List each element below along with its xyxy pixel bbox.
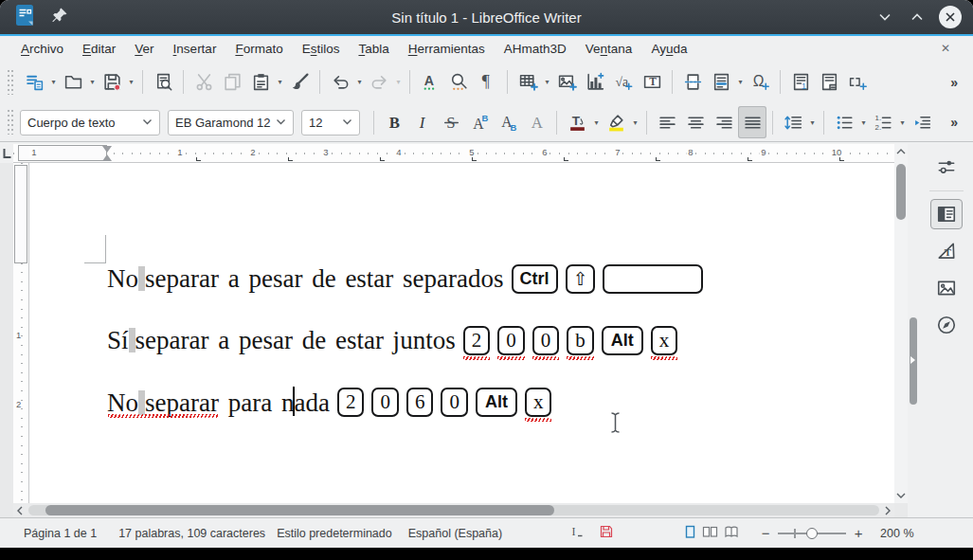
horizontal-ruler[interactable]: 112345678910 (13, 144, 894, 163)
copy-button[interactable] (218, 66, 246, 99)
undo-button[interactable] (326, 66, 354, 99)
find-replace-button[interactable] (444, 66, 473, 99)
paste-dropdown-arrow[interactable]: ▾ (275, 78, 285, 86)
menu-ayuda[interactable]: Ayuda (641, 38, 696, 60)
save-button[interactable] (98, 66, 126, 99)
vertical-ruler[interactable]: 12 (13, 163, 29, 503)
insert-field-button[interactable] (707, 66, 735, 99)
outline-list-button[interactable] (908, 106, 936, 138)
menu-archivo[interactable]: Archivo (11, 38, 73, 60)
insert-formula-button[interactable]: √a (609, 66, 638, 99)
justify-button[interactable] (738, 106, 766, 138)
zoom-in-button[interactable]: + (852, 525, 865, 541)
insert-bookmark-button[interactable] (843, 66, 872, 99)
paragraph-style-select[interactable]: Cuerpo de texto (20, 110, 160, 135)
toolbar-grip[interactable] (8, 70, 14, 95)
font-name-select[interactable]: EB Garamond 12 (168, 110, 294, 135)
language-status[interactable]: Español (España) (408, 527, 502, 540)
insert-table-button[interactable] (514, 66, 542, 99)
redo-dropdown-arrow[interactable]: ▾ (393, 78, 404, 86)
tab-stop-selector[interactable] (0, 144, 13, 163)
zoom-out-button[interactable]: − (759, 525, 772, 541)
new-document-dropdown-arrow[interactable]: ▾ (48, 78, 59, 86)
insert-field-dropdown-arrow[interactable]: ▾ (735, 78, 746, 86)
document-page[interactable]: Noseparar a pesar de estar separadosCtrl… (29, 163, 894, 503)
formatting-marks-button[interactable]: ¶ (473, 66, 501, 99)
clear-formatting-button[interactable]: A (522, 106, 550, 138)
spelling-button[interactable]: A (416, 66, 444, 99)
italic-button[interactable]: I (408, 106, 437, 138)
toolbar-grip[interactable] (8, 110, 14, 135)
sidebar-tab-properties[interactable] (930, 199, 963, 229)
strikethrough-button[interactable]: S (437, 106, 465, 138)
superscript-button[interactable]: AB (465, 106, 494, 138)
zoom-slider[interactable] (778, 526, 846, 541)
insert-special-character-button[interactable]: Ω (746, 66, 774, 99)
print-preview-button[interactable] (149, 66, 177, 99)
page-count-status[interactable]: Página 1 de 1 (24, 527, 97, 540)
horizontal-scrollbar[interactable] (13, 503, 894, 517)
numbered-list-dropdown-arrow[interactable]: ▾ (897, 118, 908, 127)
view-multi-page-button[interactable] (702, 525, 718, 542)
zoom-slider-handle[interactable] (806, 528, 818, 539)
sidebar-tab-styles[interactable]: T (930, 236, 963, 266)
insert-endnote-button[interactable] (815, 66, 843, 99)
tab-stop-mark[interactable] (656, 157, 660, 161)
sidebar-tab-sidebar-settings[interactable] (930, 152, 963, 182)
align-center-button[interactable] (681, 106, 710, 138)
save-dropdown-arrow[interactable]: ▾ (126, 78, 136, 86)
menu-editar[interactable]: Editar (73, 38, 125, 60)
insert-table-dropdown-arrow[interactable]: ▾ (542, 78, 552, 86)
scroll-left-arrow[interactable] (13, 503, 27, 517)
scroll-right-arrow[interactable] (881, 503, 894, 517)
open-button[interactable] (59, 66, 87, 99)
menu-ver[interactable]: Ver (125, 38, 163, 60)
toolbar-overflow-button[interactable]: » (950, 115, 958, 130)
sidebar-tab-gallery[interactable] (930, 273, 963, 303)
tab-stop-mark[interactable] (288, 157, 293, 161)
menu-ventana[interactable]: Ventana (576, 38, 642, 60)
vertical-scrollbar[interactable] (894, 144, 908, 503)
view-book-button[interactable] (723, 525, 740, 542)
numbered-list-button[interactable]: 1.2. (869, 106, 897, 138)
redo-button[interactable] (365, 66, 393, 99)
unsaved-changes-icon[interactable] (600, 525, 613, 541)
insert-footnote-button[interactable]: 1 (786, 66, 815, 99)
align-left-button[interactable] (653, 106, 681, 138)
tab-stop-mark[interactable] (380, 157, 385, 161)
bold-button[interactable]: B (380, 106, 408, 138)
font-size-select[interactable]: 12 (301, 110, 360, 135)
vertical-scrollbar-thumb[interactable] (896, 164, 906, 220)
menu-ahmath3d[interactable]: AHmath3D (495, 38, 576, 60)
tab-stop-mark[interactable] (564, 157, 568, 161)
scroll-down-arrow[interactable] (894, 488, 908, 503)
bullet-list-dropdown-arrow[interactable]: ▾ (858, 118, 869, 127)
font-color-dropdown-arrow[interactable]: ▾ (591, 118, 602, 127)
menu-herramientas[interactable]: Herramientas (399, 38, 495, 60)
clone-formatting-button[interactable] (285, 66, 314, 99)
highlight-color-button[interactable] (602, 106, 630, 138)
tab-stop-mark[interactable] (839, 157, 844, 161)
paragraph-style-status[interactable]: Estilo predeterminado (277, 527, 392, 540)
open-dropdown-arrow[interactable]: ▾ (87, 78, 98, 86)
view-single-page-button[interactable] (683, 525, 697, 542)
new-document-button[interactable] (20, 66, 48, 99)
menu-tabla[interactable]: Tabla (349, 38, 398, 60)
bullet-list-button[interactable] (830, 106, 858, 138)
horizontal-scrollbar-thumb[interactable] (45, 505, 554, 515)
menu-insertar[interactable]: Insertar (164, 38, 226, 60)
line-spacing-button[interactable] (779, 106, 807, 138)
insert-page-break-button[interactable] (678, 66, 707, 99)
insert-chart-button[interactable] (581, 66, 609, 99)
toolbar-overflow-button[interactable]: » (950, 75, 958, 90)
sidebar-splitter[interactable] (908, 144, 919, 517)
highlight-color-dropdown-arrow[interactable]: ▾ (630, 118, 640, 127)
cut-button[interactable] (189, 66, 218, 99)
subscript-button[interactable]: AB (494, 106, 522, 138)
insert-image-button[interactable] (552, 66, 581, 99)
tab-stop-mark[interactable] (472, 157, 477, 161)
paste-button[interactable] (246, 66, 275, 99)
font-color-button[interactable]: T (563, 106, 591, 138)
undo-dropdown-arrow[interactable]: ▾ (354, 78, 365, 86)
close-button[interactable] (939, 6, 962, 28)
